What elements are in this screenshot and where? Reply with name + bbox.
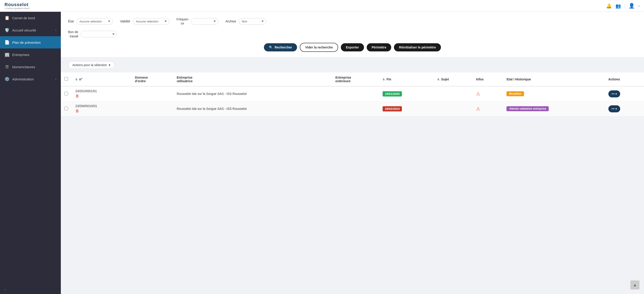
row2-donneur-cell [132,101,173,116]
export-button-label: Exporter [346,45,359,49]
sidebar-item-administration[interactable]: ⚙️ Administration › [0,73,61,85]
sort-fin-icon[interactable]: ⇅ [382,78,385,81]
plan-icon: 📄 [4,40,10,45]
sidebar-item-plan-label: Plan de prévention [12,40,40,44]
row1-doc-number: 24/DG/0001/01 🗎 [75,89,128,99]
archive-select[interactable]: Non Oui Tous [239,18,266,25]
search-icon: 🔍 [269,45,273,49]
th-fin: ⇅ Fin [379,72,434,86]
row2-sujet-cell [434,101,472,116]
row1-fin-date: 10/01/2025 [382,91,402,97]
row2-numero-cell: 23/DM/0010/01 🗎 [72,101,132,116]
perimetre-button[interactable]: Périmètre [367,43,392,51]
row2-pdf-icon[interactable]: 🗎 [75,109,128,114]
row2-checkbox[interactable] [64,107,68,110]
etat-label: État [68,19,74,23]
actions-bar: Actions pour la sélection ▾ [61,58,644,72]
row1-checkbox[interactable] [64,92,68,95]
row2-doc-number: 23/DM/0010/01 🗎 [75,104,128,114]
actions-selection-button[interactable]: Actions pour la sélection ▾ [68,61,114,69]
header-divider [625,3,625,8]
th-fin-label: Fin [386,77,391,81]
main-table: ⇅ n° Donneurd'ordre Entrepriseutilisatri… [61,72,644,116]
frequence-label: Fréquence [176,17,188,25]
row1-infos-cell: ⚠ [472,86,503,102]
sidebar-item-entreprises-label: Entreprises [12,53,30,57]
th-actions-label: Actions [608,77,620,81]
app-body: 📋 Carnet de bord 🛡️ Accueil sécurité › 📄… [0,12,644,294]
carnet-icon: 📋 [4,15,10,20]
scroll-top-button[interactable]: ▲ [630,281,640,290]
sidebar-item-administration-label: Administration [12,77,34,81]
sidebar-item-accueil-securite[interactable]: 🛡️ Accueil sécurité › [0,24,61,36]
header-chevron-icon[interactable]: › [638,4,640,8]
sidebar-item-nomenclatures[interactable]: ☰ Nomenclatures [0,61,61,73]
bon-travail-select[interactable] [81,31,117,37]
row2-infos-cell: ⚠ [472,101,503,116]
validite-select[interactable]: Aucune sélection [133,18,169,25]
row1-entreprise-util-cell: Rousselot Isle sur la Sorgue SAS - ISS R… [173,86,332,102]
filter-group-validite: Validité Aucune sélection [120,18,169,25]
sidebar-item-carnet[interactable]: 📋 Carnet de bord [0,12,61,24]
collapse-icon: ‹ [4,288,6,291]
row2-entreprise-ext-cell [332,101,379,116]
search-button[interactable]: 🔍 Rechercher [264,43,297,51]
reinitialiser-button[interactable]: Réinitialiser le périmètre [394,43,441,51]
sidebar-collapse-button[interactable]: ‹ [0,285,61,294]
row2-action-button[interactable]: ••• ▾ [608,105,620,112]
logo-wrapper: Rousselot A Darling Ingredients Brand [4,2,30,9]
row1-actions-cell: ••• ▾ [605,86,644,102]
bon-travail-label: Bon detravail [68,30,78,38]
row2-warning-icon: ⚠ [476,106,480,111]
sort-numero-icon[interactable]: ⇅ [75,78,78,81]
select-all-checkbox[interactable] [64,77,68,81]
filter-group-frequence: Fréquence [176,17,218,25]
header-icons: 🔔 👥 👤 › [606,3,640,9]
sidebar-item-nomenclatures-label: Nomenclatures [12,65,35,69]
th-infos-label: Infos [476,77,484,81]
row1-entreprise-ext-cell [332,86,379,102]
row2-fin-date: 29/02/2024 [382,106,402,112]
user-icon[interactable]: 👤 [628,3,635,9]
filter-buttons: 🔍 Rechercher Vider la recherche Exporter… [68,43,637,52]
row2-fin-cell: 29/02/2024 [379,101,434,116]
row1-checkbox-cell [61,86,72,102]
frequence-select[interactable] [191,18,218,25]
reinitialiser-button-label: Réinitialiser le périmètre [399,45,436,49]
etat-select[interactable]: Aucune sélection [76,18,113,25]
row2-actions-cell: ••• ▾ [605,101,644,116]
row1-action-dots: ••• ▾ [612,92,617,96]
logo-brand: A Darling Ingredients Brand [4,7,30,9]
row1-status-badge: Brouillon [506,91,524,96]
row1-entreprise-util: Rousselot Isle sur la Sorgue SAS - ISS R… [177,92,247,96]
clear-button-label: Vider la recherche [305,45,333,49]
clear-button[interactable]: Vider la recherche [300,43,338,52]
row1-warning-icon: ⚠ [476,91,480,96]
row1-pdf-icon[interactable]: 🗎 [75,94,128,99]
row1-action-button[interactable]: ••• ▾ [608,90,620,97]
row2-entreprise-util: Rousselot Isle sur la Sorgue SAS - ISS R… [177,107,247,111]
sidebar: 📋 Carnet de bord 🛡️ Accueil sécurité › 📄… [0,12,61,294]
group-icon[interactable]: 👥 [616,3,621,8]
export-button[interactable]: Exporter [341,43,364,51]
th-sujet: ⇅ Sujet [434,72,472,86]
scroll-top-icon: ▲ [633,283,637,288]
th-entreprise-util: Entrepriseutilisatrice [173,72,332,86]
filter-group-bon-travail: Bon detravail [68,30,117,38]
archive-label: Archive [226,19,236,23]
row1-numero-cell: 24/DG/0001/01 🗎 [72,86,132,102]
sort-sujet-icon[interactable]: ⇅ [437,78,439,81]
row2-etat-cell: Attente validation entreprise [503,101,604,116]
logo-main: Rousselot [4,2,30,7]
sidebar-item-plan-prevention[interactable]: 📄 Plan de prévention [0,36,61,48]
row2-doc-id: 23/DM/0010/01 [75,104,128,108]
filter-panel: État Aucune sélection Validité Aucune sé… [61,12,644,58]
actions-selection-label: Actions pour la sélection [72,63,107,67]
th-numero-label: n° [79,77,82,81]
entreprises-icon: 🏢 [4,52,10,57]
administration-chevron-icon: › [55,77,56,81]
sidebar-item-entreprises[interactable]: 🏢 Entreprises [0,48,61,61]
row2-status-badge: Attente validation entreprise [506,106,549,111]
notification-icon[interactable]: 🔔 [606,3,612,8]
th-infos: Infos [472,72,503,86]
